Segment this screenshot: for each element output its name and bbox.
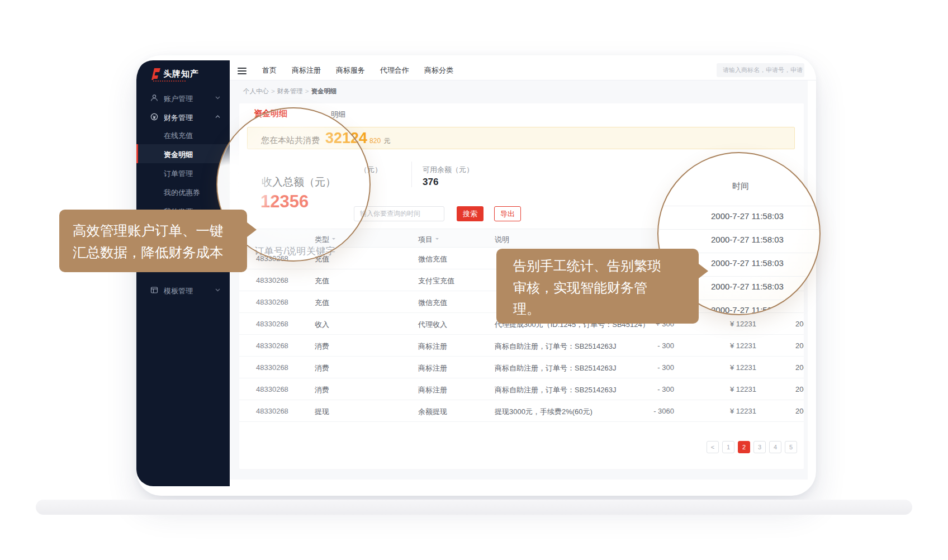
lens-row-divider xyxy=(658,206,821,206)
sidebar-subitem[interactable]: 在线充值 xyxy=(136,125,230,144)
table-cell: ¥ 12231 xyxy=(730,407,756,415)
table-cell: 收入 xyxy=(315,320,329,330)
column-header: 说明 xyxy=(495,235,509,245)
sidebar-subitem[interactable]: 订单管理 xyxy=(136,163,230,182)
export-button[interactable]: 导出 xyxy=(494,206,521,221)
tooltip-line: 告别手工统计、告别繁琐 xyxy=(513,255,688,277)
breadcrumb: 个人中心>财务管理>资金明细 xyxy=(243,87,336,96)
topbar: 首页商标注册商标服务代理合作商标分类 请输入商标名，申请号，申请人 xyxy=(230,60,816,80)
sidebar-item-template[interactable]: 模板管理 xyxy=(136,281,230,300)
table-cell: 商标自助注册，订单号：SB2514263J xyxy=(495,341,616,352)
table-cell: 48330268 xyxy=(256,341,288,350)
table-cell: 支付宝充值 xyxy=(418,276,454,286)
chevron-up-icon xyxy=(215,115,220,118)
column-header[interactable]: 项目 xyxy=(418,235,439,245)
breadcrumb-item[interactable]: 个人中心 xyxy=(243,88,269,94)
lens-time-value: 2000-7-27 11:58:03 xyxy=(711,211,784,221)
table-row: 48330268消费商标注册商标自助注册，订单号：SB2514263J- 300… xyxy=(239,357,804,378)
pagination-page-button[interactable]: 4 xyxy=(769,441,781,453)
template-icon xyxy=(150,286,158,294)
lens-time-value: 2000-7-27 11:58:03 xyxy=(711,235,784,244)
table-cell: 48330268 xyxy=(256,407,288,415)
search-button[interactable]: 搜索 xyxy=(457,206,484,221)
sidebar-subitem[interactable]: 我的优惠券 xyxy=(136,182,230,201)
search-input[interactable]: 请输入商标名，申请号，申请人 xyxy=(717,63,804,77)
topnav-item[interactable]: 首页 xyxy=(262,65,277,75)
tooltip-line: 高效管理账户订单、一键 xyxy=(73,220,235,242)
banner-prefix: 您在本站共消费 xyxy=(261,135,320,145)
table-cell: 充值 xyxy=(315,254,329,264)
breadcrumb-separator: > xyxy=(271,88,275,94)
page-title: 资金明细 xyxy=(254,108,287,119)
table-cell: 代理收入 xyxy=(418,320,447,330)
topnav-items: 首页商标注册商标服务代理合作商标分类 xyxy=(262,60,453,80)
banner-amount-small: 820 xyxy=(369,137,381,145)
table-cell: 2000-7-27 11:58:03 xyxy=(795,407,804,415)
pagination-prev-button[interactable]: < xyxy=(707,441,719,453)
sidebar-item-finance[interactable]: 财务管理 xyxy=(136,107,230,126)
pagination-page-button[interactable]: 5 xyxy=(785,441,797,453)
lens-row-divider xyxy=(658,229,821,230)
topnav-item[interactable]: 商标分类 xyxy=(424,65,453,75)
table-cell: 商标注册 xyxy=(418,385,447,395)
income-total-value: 12356 xyxy=(260,192,309,212)
pagination: <12345 xyxy=(707,441,797,453)
topnav-item[interactable]: 代理合作 xyxy=(380,65,409,75)
logo-icon xyxy=(150,68,161,80)
sidebar-finance-children: 在线充值资金明细订单管理我的优惠券我的发票 xyxy=(136,125,230,220)
available-balance-label: 可用余额（元） xyxy=(423,165,473,175)
tooltip-right: 告别手工统计、告别繁琐审核，实现智能财务管理。 xyxy=(496,249,699,324)
topnav-item[interactable]: 商标注册 xyxy=(292,65,321,75)
table-cell: 消费 xyxy=(315,363,329,373)
table-cell: 商标注册 xyxy=(418,363,447,373)
sort-caret-icon[interactable] xyxy=(435,238,439,241)
pagination-page-button[interactable]: 1 xyxy=(722,441,734,453)
table-cell: 微信充值 xyxy=(418,298,447,308)
sidebar-item-label: 模板管理 xyxy=(164,286,193,296)
secondary-tab[interactable]: 明细 xyxy=(331,110,345,120)
sort-caret-icon[interactable] xyxy=(332,238,335,241)
middle-stat-label: （元） xyxy=(360,165,382,175)
table-cell: 商标注册 xyxy=(418,341,447,352)
table-cell: - 300 xyxy=(657,363,674,372)
chevron-down-icon xyxy=(215,96,220,99)
table-cell: 余额提现 xyxy=(418,407,447,417)
sidebar-subitem-label: 在线充值 xyxy=(164,131,193,141)
tooltip-line: 理。 xyxy=(513,298,688,320)
table-cell: 48330268 xyxy=(256,276,288,284)
sidebar-subitem[interactable]: 资金明细 xyxy=(136,144,230,163)
pagination-page-button[interactable]: 3 xyxy=(753,441,766,453)
income-total-label: 收入总额（元） xyxy=(262,175,336,189)
tooltip-line: 审核，实现智能财务管 xyxy=(513,277,688,299)
table-cell: 48330268 xyxy=(256,363,288,372)
table-row: 48330268消费商标注册商标自助注册，订单号：SB2514263J- 300… xyxy=(239,378,804,400)
logo: 头牌知产 xyxy=(150,68,199,80)
table-cell: - 300 xyxy=(657,385,674,393)
breadcrumb-item[interactable]: 资金明细 xyxy=(311,88,336,94)
table-cell: 2000-7-27 11:58:03 xyxy=(795,385,804,393)
menu-icon[interactable] xyxy=(238,68,247,76)
table-cell: 充值 xyxy=(315,298,329,308)
table-cell: 商标自助注册，订单号：SB2514263J xyxy=(495,385,616,395)
sidebar-subitem-label: 我的优惠券 xyxy=(164,188,200,198)
breadcrumb-separator: > xyxy=(305,88,309,94)
table-row: 48330268消费商标注册商标自助注册，订单号：SB2514263J- 300… xyxy=(239,335,804,357)
table-cell: ¥ 12231 xyxy=(730,341,756,350)
column-header[interactable]: 类型 xyxy=(315,235,335,245)
table-cell: 48330268 xyxy=(256,320,288,328)
table-cell: ¥ 12231 xyxy=(730,363,756,372)
date-query-input[interactable]: 输入你要查询的时间 xyxy=(354,206,444,221)
table-cell: 消费 xyxy=(315,385,329,395)
sidebar-item-account[interactable]: 账户管理 xyxy=(136,88,230,107)
finance-icon xyxy=(150,113,158,121)
pagination-page-button[interactable]: 2 xyxy=(738,441,750,453)
topnav-item[interactable]: 商标服务 xyxy=(336,65,365,75)
brand-name: 头牌知产 xyxy=(163,69,199,79)
brand-subline xyxy=(153,80,186,82)
table-cell: ¥ 12231 xyxy=(730,385,756,393)
table-cell: - 3060 xyxy=(653,407,674,415)
banner-unit: 元 xyxy=(383,137,390,145)
table-cell: 48330268 xyxy=(256,298,288,306)
tooltip-line: 汇总数据，降低财务成本 xyxy=(73,242,235,264)
breadcrumb-item[interactable]: 财务管理 xyxy=(277,88,303,94)
